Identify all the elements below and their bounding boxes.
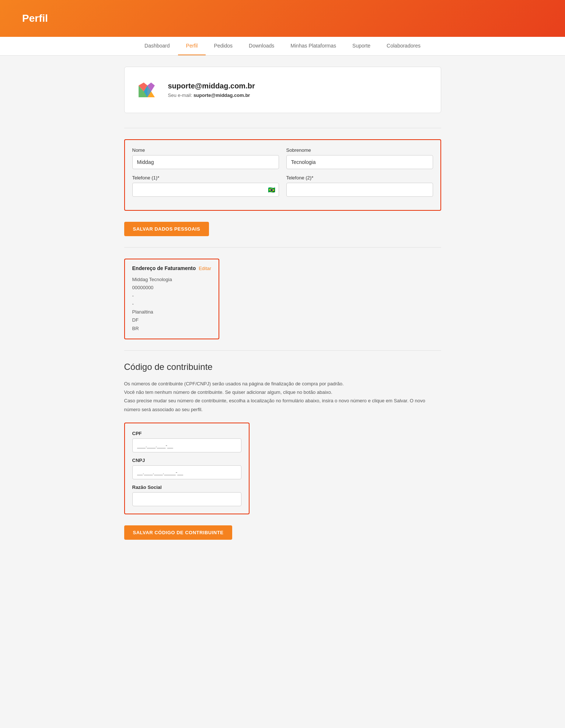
sobrenome-input[interactable] <box>286 155 433 169</box>
save-contribuinte-button[interactable]: SALVAR CÓDIGO DE CONTRIBUINTE <box>124 525 233 540</box>
nav-item-suporte[interactable]: Suporte <box>344 37 379 55</box>
telefone1-input[interactable] <box>132 183 279 197</box>
razao-input[interactable] <box>132 492 241 506</box>
nav-item-colaboradores[interactable]: Colaboradores <box>379 37 429 55</box>
contribuinte-title: Código de contribuinte <box>124 362 441 372</box>
telefone2-label: Telefone (2)* <box>286 175 433 181</box>
address-line-5: Planaltina <box>132 308 212 316</box>
nome-group: Nome <box>132 147 279 169</box>
cpf-label: CPF <box>132 431 241 436</box>
profile-email-value: suporte@middag.com.br <box>193 92 250 98</box>
page-title: Perfil <box>22 13 48 24</box>
address-line-4: - <box>132 300 212 308</box>
cnpj-label: CNPJ <box>132 458 241 463</box>
nav-item-minhas-plataformas[interactable]: Minhas Plataformas <box>282 37 344 55</box>
telefone1-label: Telefone (1)* <box>132 175 279 181</box>
cnpj-group: CNPJ <box>132 458 241 479</box>
save-personal-button[interactable]: SALVAR DADOS PESSOAIS <box>124 222 209 236</box>
middag-logo <box>136 78 159 102</box>
address-line-2: 00000000 <box>132 284 212 292</box>
contribuinte-desc-line-2: Você não tem nenhum número de contribuin… <box>124 388 441 396</box>
address-line-1: Middag Tecnologia <box>132 276 212 284</box>
personal-data-form: Nome Sobrenome Telefone (1)* 🇧🇷 Telefone… <box>124 139 441 211</box>
nav-item-perfil[interactable]: Perfil <box>178 37 206 55</box>
address-line-7: BR <box>132 325 212 333</box>
telefone2-group: Telefone (2)* <box>286 175 433 197</box>
main-content: suporte@middag.com.br Seu e-mail: suport… <box>117 56 449 562</box>
sobrenome-group: Sobrenome <box>286 147 433 169</box>
cpf-input[interactable] <box>132 438 241 452</box>
section-divider-2 <box>124 247 441 248</box>
profile-email-label: Seu e-mail: suporte@middag.com.br <box>168 92 255 98</box>
cpf-group: CPF <box>132 431 241 452</box>
telefone1-group: Telefone (1)* 🇧🇷 <box>132 175 279 197</box>
address-label: Endereço de Faturamento <box>132 265 196 271</box>
cnpj-input[interactable] <box>132 465 241 479</box>
nav-item-pedidos[interactable]: Pedidos <box>206 37 241 55</box>
name-row: Nome Sobrenome <box>132 147 433 169</box>
nav-item-downloads[interactable]: Downloads <box>241 37 282 55</box>
address-line-3: - <box>132 292 212 300</box>
profile-card: suporte@middag.com.br Seu e-mail: suport… <box>124 67 441 113</box>
section-divider-3 <box>124 350 441 351</box>
razao-group: Razão Social <box>132 484 241 506</box>
section-divider-1 <box>124 128 441 128</box>
address-edit-link[interactable]: Editar <box>199 266 211 271</box>
contribuinte-section: Código de contribuinte Os números de con… <box>124 362 441 540</box>
contribuinte-desc-line-1: Os números de contribuinte (CPF/CNPJ) se… <box>124 379 441 388</box>
nome-label: Nome <box>132 147 279 153</box>
razao-label: Razão Social <box>132 484 241 490</box>
nav-item-dashboard[interactable]: Dashboard <box>136 37 178 55</box>
nome-input[interactable] <box>132 155 279 169</box>
telefone2-input[interactable] <box>286 183 433 197</box>
telefone1-wrapper: 🇧🇷 <box>132 183 279 197</box>
contribuinte-form-box: CPF CNPJ Razão Social <box>124 423 250 514</box>
address-box: Endereço de Faturamento Editar Middag Te… <box>124 259 220 339</box>
nav-bar: Dashboard Perfil Pedidos Downloads Minha… <box>0 37 565 56</box>
contribuinte-description: Os números de contribuinte (CPF/CNPJ) se… <box>124 379 441 414</box>
contribuinte-desc-line-3: Caso precise mudar seu número de contrib… <box>124 396 441 414</box>
phone-row: Telefone (1)* 🇧🇷 Telefone (2)* <box>132 175 433 197</box>
profile-info: suporte@middag.com.br Seu e-mail: suport… <box>168 82 255 98</box>
sobrenome-label: Sobrenome <box>286 147 433 153</box>
profile-email-heading: suporte@middag.com.br <box>168 82 255 90</box>
phone-flag-icon: 🇧🇷 <box>268 186 275 193</box>
address-line-6: DF <box>132 316 212 324</box>
page-header: Perfil <box>0 0 565 37</box>
address-header: Endereço de Faturamento Editar <box>132 265 212 271</box>
